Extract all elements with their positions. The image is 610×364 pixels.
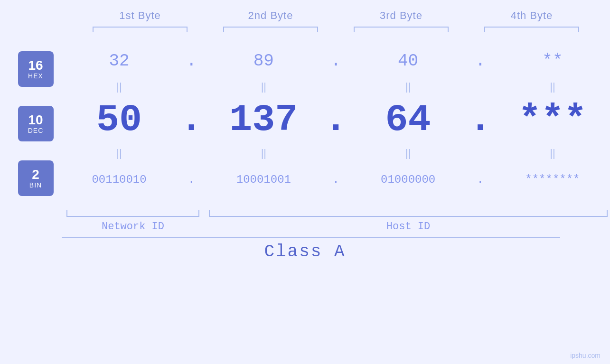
eq1-b4: ||	[500, 81, 605, 93]
dec-dot3: .	[471, 101, 490, 139]
bin-dot2: .	[326, 173, 345, 186]
dec-badge: 10 DEC	[18, 106, 54, 141]
dec-row: 50 . 137 . 64 . ***	[62, 94, 610, 146]
eq2-b1: ||	[67, 147, 171, 159]
main-container: 1st Byte 2nd Byte 3rd Byte 4th Byte 16 H…	[0, 0, 610, 364]
top-brackets	[75, 27, 597, 32]
hex-dot2: .	[326, 51, 345, 71]
bin-b1: 00110010	[67, 173, 171, 186]
eq1-b1: ||	[67, 81, 171, 93]
hex-b3: 40	[356, 51, 460, 71]
bracket-byte2	[223, 27, 318, 32]
bottom-section: Network ID Host ID	[0, 210, 610, 233]
eq2-b2: ||	[211, 147, 316, 159]
hex-b2: 89	[211, 51, 316, 71]
dec-badge-number: 10	[28, 113, 43, 127]
id-labels: Network ID Host ID	[62, 221, 608, 233]
bracket-byte3	[354, 27, 449, 32]
hex-b4: **	[500, 51, 605, 71]
hex-badge-number: 16	[28, 59, 43, 72]
dec-b4: ***	[500, 101, 605, 139]
hex-dot3: .	[471, 51, 490, 71]
badges-column: 16 HEX 10 DEC 2 BIN	[0, 42, 62, 205]
bracket-byte4	[484, 27, 579, 32]
content-area: 16 HEX 10 DEC 2 BIN 32 . 89	[0, 42, 610, 205]
bracket-byte1	[93, 27, 188, 32]
eq2-b4: ||	[500, 147, 605, 159]
equals-row-2: || || || ||	[62, 146, 610, 160]
class-row: Class A	[0, 242, 610, 261]
values-grid: 32 . 89 . 40 . ** || ||	[62, 42, 610, 205]
dec-b3: 64	[356, 101, 460, 139]
dec-b1: 50	[67, 101, 171, 139]
eq2-b3: ||	[356, 147, 460, 159]
hex-badge: 16 HEX	[18, 51, 54, 87]
byte-headers: 1st Byte 2nd Byte 3rd Byte 4th Byte	[75, 9, 597, 22]
bin-badge-number: 2	[32, 168, 39, 181]
bin-b2: 10001001	[211, 173, 316, 186]
class-label: Class A	[264, 242, 346, 261]
host-bracket	[209, 210, 608, 217]
byte4-header: 4th Byte	[479, 9, 584, 22]
dec-dot2: .	[326, 101, 345, 139]
byte3-header: 3rd Byte	[349, 9, 453, 22]
dec-b2: 137	[211, 101, 316, 139]
byte1-header: 1st Byte	[88, 9, 192, 22]
hex-dot1: .	[182, 51, 201, 71]
network-id-label: Network ID	[66, 221, 199, 233]
hex-row: 32 . 89 . 40 . **	[62, 42, 610, 80]
bin-badge: 2 BIN	[18, 160, 54, 196]
hex-badge-label: HEX	[28, 72, 43, 80]
network-bracket	[66, 210, 199, 217]
class-bracket-line	[62, 237, 560, 238]
bin-b3: 01000000	[356, 173, 460, 186]
equals-row-1: || || || ||	[62, 80, 610, 94]
bin-dot3: .	[471, 173, 490, 186]
dec-badge-label: DEC	[28, 127, 44, 134]
bin-badge-label: BIN	[29, 181, 42, 189]
host-id-label: Host ID	[209, 221, 608, 233]
bin-row: 00110010 . 10001001 . 01000000 . *******…	[62, 160, 610, 198]
watermark: ipshu.com	[570, 352, 601, 359]
byte2-header: 2nd Byte	[218, 9, 323, 22]
eq1-b2: ||	[211, 81, 316, 93]
hex-b1: 32	[67, 51, 171, 71]
eq1-b3: ||	[356, 81, 460, 93]
bin-dot1: .	[182, 173, 201, 186]
dec-dot1: .	[182, 101, 201, 139]
bin-b4: ********	[500, 173, 605, 186]
bottom-brackets	[62, 210, 608, 217]
